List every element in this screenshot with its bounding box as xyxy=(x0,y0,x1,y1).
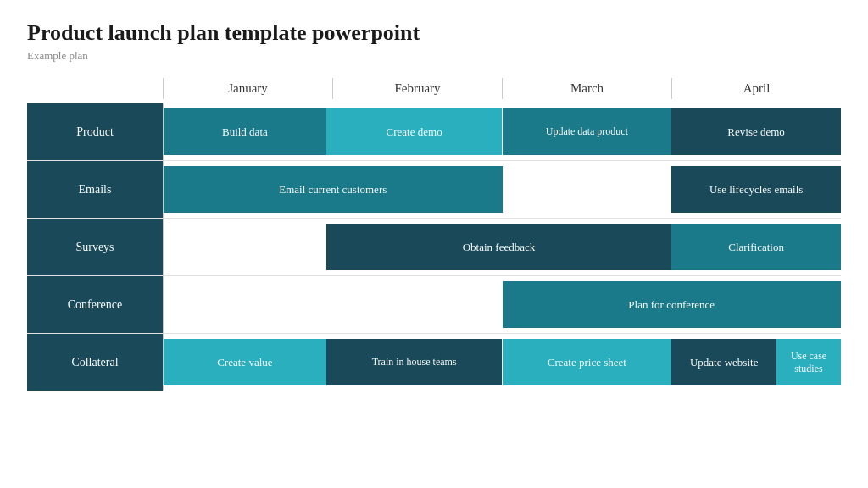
cells-conference: Plan for conference xyxy=(163,276,841,333)
row-emails: Emails Email current customers Use lifec… xyxy=(27,160,841,218)
bar-plan-conference: Plan for conference xyxy=(503,281,842,328)
label-conference: Conference xyxy=(27,276,163,333)
month-january: January xyxy=(163,78,332,99)
month-april: April xyxy=(671,78,841,99)
label-product: Product xyxy=(27,103,163,160)
bar-revise-demo: Revise demo xyxy=(671,108,841,155)
row-collateral: Collateral Create value Train in house t… xyxy=(27,333,841,391)
label-collateral: Collateral xyxy=(27,334,163,391)
header-empty xyxy=(27,78,163,99)
cells-emails: Email current customers Use lifecycles e… xyxy=(163,161,841,218)
bar-update-data: Update data product xyxy=(503,108,672,155)
bar-price-sheet: Create price sheet xyxy=(503,339,672,385)
bar-clarification: Clarification xyxy=(671,224,841,270)
bar-update-website: Update website xyxy=(671,339,776,385)
cells-collateral: Create value Train in house teams Create… xyxy=(163,334,841,391)
row-surveys: Surveys Obtain feedback Clarification xyxy=(27,218,841,275)
page-title: Product launch plan template powerpoint xyxy=(27,20,841,46)
row-product: Product Build data Create demo Update da… xyxy=(27,103,841,160)
bar-create-value: Create value xyxy=(164,339,326,385)
bar-lifecycles: Use lifecycles emails xyxy=(671,166,841,213)
month-february: February xyxy=(332,78,502,99)
gantt-chart: January February March April Product Bui… xyxy=(27,78,841,391)
page: Product launch plan template powerpoint … xyxy=(0,0,868,404)
bar-obtain-feedback: Obtain feedback xyxy=(326,224,671,270)
page-subtitle: Example plan xyxy=(27,49,841,63)
bar-build-data: Build data xyxy=(164,108,326,155)
row-conference: Conference Plan for conference xyxy=(27,275,841,333)
month-march: March xyxy=(502,78,671,99)
cells-surveys: Obtain feedback Clarification xyxy=(163,219,841,275)
cells-product: Build data Create demo Update data produ… xyxy=(163,103,841,160)
bar-email-customers: Email current customers xyxy=(164,166,503,213)
label-surveys: Surveys xyxy=(27,219,163,275)
bar-create-demo: Create demo xyxy=(326,108,503,155)
month-headers: January February March April xyxy=(27,78,841,99)
bar-train-teams: Train in house teams xyxy=(326,339,503,385)
bar-case-studies: Use case studies xyxy=(776,339,841,385)
label-emails: Emails xyxy=(27,161,163,218)
